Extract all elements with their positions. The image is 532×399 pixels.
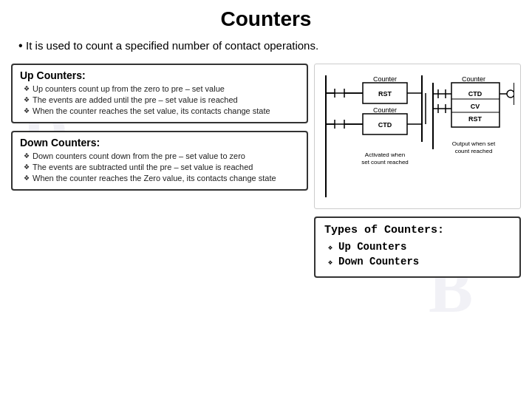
svg-point-37 xyxy=(507,90,514,98)
svg-text:Counter: Counter xyxy=(462,75,485,83)
right-panel: Counter RST Counter CTD xyxy=(314,64,521,278)
down-counters-list: Down counters count down from the pre – … xyxy=(20,151,299,183)
types-title: Types of Counters: xyxy=(324,224,511,236)
left-panel: Up Counters: Up counters count up from t… xyxy=(11,64,308,278)
types-list: Up Counters Down Counters xyxy=(324,241,511,267)
svg-text:Counter: Counter xyxy=(373,75,397,83)
ladder-diagram: Counter RST Counter CTD xyxy=(318,68,514,205)
svg-text:CTD: CTD xyxy=(468,90,482,98)
down-counters-title: Down Counters: xyxy=(20,137,299,149)
svg-text:Activated when: Activated when xyxy=(365,151,405,158)
up-counters-list: Up counters count up from the zero to pr… xyxy=(20,84,299,115)
down-counter-item-2: The events are subtracted until the pre … xyxy=(24,163,299,171)
up-counter-item-3: When the counter reaches the set value, … xyxy=(24,106,299,115)
down-counters-section: Down Counters: Down counters count down … xyxy=(11,131,308,191)
svg-text:Output when set: Output when set xyxy=(452,140,496,147)
diagram-area: Counter RST Counter CTD xyxy=(314,64,521,209)
main-content: Up Counters: Up counters count up from t… xyxy=(11,64,521,278)
up-counters-section: Up Counters: Up counters count up from t… xyxy=(11,64,308,123)
down-counter-item-1: Down counters count down from the pre – … xyxy=(24,151,299,160)
svg-text:RST: RST xyxy=(378,90,392,98)
page-title: Counters xyxy=(11,7,521,31)
svg-text:Counter: Counter xyxy=(373,106,397,114)
types-box: Types of Counters: Up Counters Down Coun… xyxy=(314,216,521,278)
svg-text:CTD: CTD xyxy=(378,121,392,129)
svg-text:RST: RST xyxy=(468,115,482,123)
intro-text: It is used to count a specified number o… xyxy=(11,37,521,55)
svg-text:CV: CV xyxy=(471,103,480,110)
type-item-1: Up Counters xyxy=(328,241,511,253)
svg-text:set count reached: set count reached xyxy=(361,159,409,166)
type-item-2: Down Counters xyxy=(328,256,511,267)
up-counter-item-2: The events are added until the pre – set… xyxy=(24,95,299,104)
up-counters-title: Up Counters: xyxy=(20,69,299,81)
up-counter-item-1: Up counters count up from the zero to pr… xyxy=(24,84,299,93)
svg-text:count reached: count reached xyxy=(455,148,493,154)
down-counter-item-3: When the counter reaches the Zero value,… xyxy=(24,174,299,183)
